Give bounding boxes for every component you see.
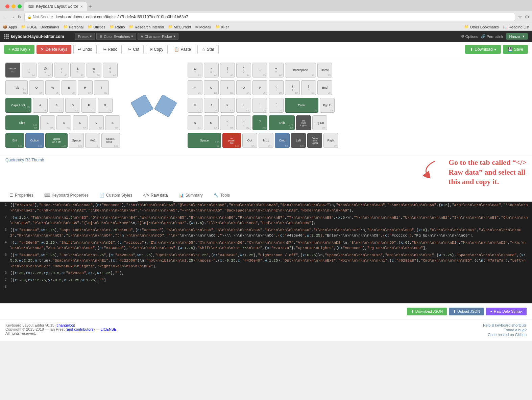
key-shift-left[interactable]: Shift D3 2.25 <box>5 115 39 130</box>
key-right[interactable]: RightE9 <box>323 133 338 148</box>
preset-menu[interactable]: Preset ▾ <box>75 33 95 40</box>
key-x[interactable]: XD6 <box>56 115 71 130</box>
key-y[interactable]: YB1 <box>188 80 202 95</box>
key-t[interactable]: TB8 <box>94 80 109 95</box>
tab-tools[interactable]: 🔧 Tools <box>208 190 235 202</box>
key-space-right[interactable]: Space E1 2.25 <box>188 133 221 148</box>
key-rbracket[interactable]: }]B7 <box>285 80 300 95</box>
browser-tab[interactable]: ⌨ Keyboard Layout Editor ✕ <box>24 2 87 11</box>
key-s[interactable]: SC5 <box>49 98 64 113</box>
key-left[interactable]: LeftEx7 <box>291 133 306 148</box>
key-backslash[interactable]: |\B8 <box>301 80 316 95</box>
key-g[interactable]: GC8 <box>98 98 113 113</box>
window-maximize[interactable] <box>18 4 22 8</box>
key-u[interactable]: UB2 <box>204 80 219 95</box>
key-a[interactable]: AC4 <box>33 98 48 113</box>
key-shift-right[interactable]: Shift D7 1.75 <box>269 115 295 130</box>
key-r[interactable]: RB7 <box>78 80 93 95</box>
key-7[interactable]: &7A1 <box>188 63 202 77</box>
key-b[interactable]: BD9 <box>105 115 120 130</box>
key-m[interactable]: MD2 <box>204 115 219 130</box>
footer-github-link[interactable]: Code hosted on GitHub <box>483 333 527 337</box>
key-3[interactable]: #3A6 <box>54 63 69 77</box>
key-h[interactable]: HC1 <box>188 98 202 113</box>
key-i[interactable]: IB3 <box>220 80 235 95</box>
key-cmd[interactable]: CmdE5 <box>275 133 290 148</box>
options-button[interactable]: ⚙ Options <box>461 34 478 39</box>
key-5[interactable]: %5A8 <box>87 63 101 77</box>
undo-button[interactable]: ↩ Undo <box>73 45 97 54</box>
bookmark-reading[interactable]: 📖Reading List <box>503 25 529 29</box>
key-2[interactable]: @2A5 <box>38 63 53 77</box>
bookmark-xfer[interactable]: 📁XFer <box>215 25 229 29</box>
key-mo1-right[interactable]: Mo1Ex4 <box>259 133 273 148</box>
thumb-key-left[interactable] <box>130 94 153 117</box>
cut-button[interactable]: ✂ Cut <box>124 45 144 54</box>
tab-summary[interactable]: 📊 Summary <box>173 190 208 202</box>
key-slash[interactable]: ?/D5 <box>252 115 267 130</box>
character-picker-menu[interactable]: Α Character Picker ▾ <box>138 33 178 40</box>
key-space-cmd[interactable]: Space /Cmd 1.25 <box>101 133 120 148</box>
key-equals[interactable]: +=A6 <box>269 63 284 77</box>
paste-button[interactable]: 📋 Paste <box>170 45 195 54</box>
key-esc[interactable]: Esc/~ A3 <box>5 63 20 77</box>
user-menu-button[interactable]: Hanzo- ▾ <box>506 33 528 40</box>
tab-properties[interactable]: ☰ Properties <box>4 190 39 202</box>
window-close[interactable] <box>5 4 9 8</box>
delete-keys-button[interactable]: ✕ Delete Keys <box>37 45 71 54</box>
key-mo1[interactable]: Mo11 <box>85 133 100 148</box>
key-home[interactable]: HomeA9 <box>317 63 332 77</box>
tab-raw-data[interactable]: </> Raw data <box>138 190 173 202</box>
key-pgdn[interactable]: Pg DnD9 <box>312 115 327 130</box>
key-6[interactable]: ^6A9 <box>103 63 118 77</box>
footer-license-link[interactable]: LICENSE <box>100 327 116 331</box>
tab-custom-styles[interactable]: 📄 Custom Styles <box>94 190 138 202</box>
key-caps-lock[interactable]: Caps Lock C3 1.75 <box>5 98 31 113</box>
address-bar[interactable]: 🔒 Not Secure keyboard-layout-editor.com/… <box>24 13 515 21</box>
key-pgup[interactable]: Pg UpC9 <box>320 98 335 113</box>
code-editor[interactable]: 1[{"#7a7a7a"},"Esc/-~\n\n\n\n\n\n\nA3",{… <box>0 202 532 303</box>
tab-keyboard-properties[interactable]: ⌨ Keyboard Properties <box>39 190 94 202</box>
bookmark-mcmail[interactable]: ✉McMail <box>195 25 211 29</box>
key-j[interactable]: JC2 <box>204 98 219 113</box>
bookmark-radio[interactable]: 📁Radio <box>110 25 125 29</box>
redo-button[interactable]: ↪ Redo <box>99 45 122 54</box>
forward-button[interactable]: → <box>10 14 15 20</box>
key-c[interactable]: CD7 <box>73 115 88 130</box>
key-option[interactable]: Option 1.25 <box>25 133 44 148</box>
key-comma[interactable]: <,D3 <box>220 115 235 130</box>
key-n[interactable]: ND1 <box>188 115 202 130</box>
reload-button[interactable]: ↻ <box>18 14 22 20</box>
layout-name[interactable]: Quefrency R3 Thumb <box>5 158 44 162</box>
key-quote[interactable]: "'C6 <box>269 98 284 113</box>
thumb-key-right[interactable] <box>154 94 177 117</box>
key-1[interactable]: !1A4 <box>22 63 37 77</box>
key-backspace[interactable]: BackspaceA8 <box>285 63 316 77</box>
key-9[interactable]: (9A3 <box>220 63 235 77</box>
download-json-button[interactable]: ⬇ Download JSON <box>407 308 447 315</box>
bookmark-mccurrent[interactable]: 📁McCurrent <box>168 25 191 29</box>
key-minus[interactable]: _-A5 <box>252 63 267 77</box>
key-d[interactable]: DC6 <box>65 98 80 113</box>
key-end[interactable]: EndB9 <box>317 80 332 95</box>
bookmark-other[interactable]: 📁Other Bookmarks <box>464 25 499 29</box>
key-w[interactable]: WB5 <box>45 80 60 95</box>
back-button[interactable]: ← <box>3 14 7 20</box>
new-tab-button[interactable]: + <box>88 3 92 10</box>
copy-button[interactable]: ⎘ Copy <box>146 45 168 54</box>
footer-bug-link[interactable]: Found a bug? <box>483 328 527 332</box>
key-lbracket[interactable]: {[B6 <box>269 80 284 95</box>
footer-changelog-link[interactable]: changelog <box>57 323 74 327</box>
key-v[interactable]: VD8 <box>89 115 104 130</box>
bookmark-apps[interactable]: 📦Apps <box>3 25 17 29</box>
key-4[interactable]: $4A7 <box>70 63 85 77</box>
bookmark-huge[interactable]: 📁HUGE | Bookmarks <box>21 25 59 29</box>
key-down-lights[interactable]: DownEx8Lights <box>307 133 322 148</box>
key-tab[interactable]: Tab B3 1.5 <box>5 80 28 95</box>
key-o[interactable]: OB4 <box>236 80 251 95</box>
color-swatches-menu[interactable]: ⊞ Color Swatches ▾ <box>96 33 136 40</box>
key-0[interactable]: )0A4 <box>236 63 251 77</box>
save-button[interactable]: 💾 Save <box>503 45 528 54</box>
key-z[interactable]: ZD5 <box>40 115 55 130</box>
key-up-lights[interactable]: UpEx8Lights <box>296 115 311 130</box>
